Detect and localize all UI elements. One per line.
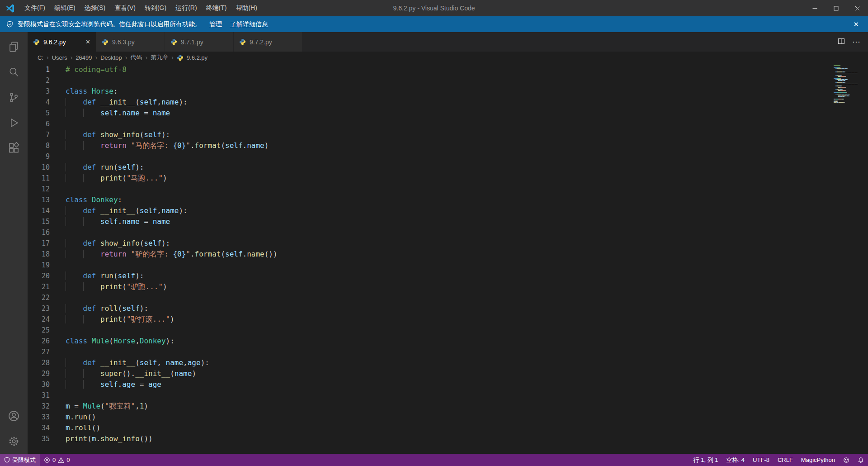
code-line[interactable]: 32m = Mule("骡宝莉",1) (28, 401, 868, 412)
line-number[interactable]: 18 (28, 249, 66, 260)
restricted-mode-status[interactable]: 受限模式 (0, 454, 40, 466)
minimap[interactable] (834, 65, 862, 103)
problems-status[interactable]: 0 0 (40, 454, 74, 466)
code-line[interactable]: 22 (28, 292, 868, 303)
code-line[interactable]: 17 def show_info(self): (28, 238, 868, 249)
menu-goto[interactable]: 转到(G) (140, 0, 171, 16)
breadcrumb-item[interactable]: Desktop (100, 54, 122, 61)
code-line[interactable]: 4 def __init__(self,name): (28, 97, 868, 108)
code-line[interactable]: 9 (28, 151, 868, 162)
code-line[interactable]: 5 self.name = name (28, 108, 868, 119)
line-number[interactable]: 28 (28, 357, 66, 368)
menu-file[interactable]: 文件(F) (20, 0, 50, 16)
line-number[interactable]: 12 (28, 184, 66, 195)
code-line[interactable]: 10 def run(self): (28, 162, 868, 173)
activity-run-debug-icon[interactable] (0, 110, 28, 135)
line-number[interactable]: 3 (28, 86, 66, 97)
encoding-status[interactable]: UTF-8 (749, 454, 774, 466)
line-number[interactable]: 20 (28, 271, 66, 281)
line-number[interactable]: 1 (28, 64, 66, 75)
line-number[interactable]: 16 (28, 227, 66, 238)
banner-close-icon[interactable]: ✕ (850, 20, 862, 29)
code-line[interactable]: 14 def __init__(self,name): (28, 205, 868, 216)
manage-link[interactable]: 管理 (209, 20, 222, 29)
minimize-button[interactable] (804, 0, 826, 16)
code-line[interactable]: 33m.run() (28, 412, 868, 423)
breadcrumb-item[interactable]: 26499 (75, 54, 92, 61)
activity-settings-icon[interactable] (0, 428, 28, 454)
code-line[interactable]: 30 self.age = age (28, 379, 868, 390)
activity-account-icon[interactable] (0, 403, 28, 428)
code-line[interactable]: 11 print("马跑...") (28, 173, 868, 184)
code-line[interactable]: 20 def run(self): (28, 271, 868, 281)
line-number[interactable]: 31 (28, 390, 66, 401)
code-line[interactable]: 7 def show_info(self): (28, 129, 868, 140)
close-button[interactable] (847, 0, 868, 16)
line-number[interactable]: 13 (28, 195, 66, 205)
menu-selection[interactable]: 选择(S) (80, 0, 110, 16)
code-line[interactable]: 35print(m.show_info()) (28, 433, 868, 444)
line-number[interactable]: 24 (28, 314, 66, 325)
line-number[interactable]: 6 (28, 119, 66, 129)
menu-view[interactable]: 查看(V) (110, 0, 140, 16)
line-number[interactable]: 19 (28, 260, 66, 271)
code-line[interactable]: 8 return "马的名字: {0}".format(self.name) (28, 140, 868, 151)
code-line[interactable]: 29 super().__init__(name) (28, 368, 868, 379)
line-number[interactable]: 33 (28, 412, 66, 423)
line-number[interactable]: 26 (28, 336, 66, 347)
tab-9.6.3.py[interactable]: 9.6.3.py (96, 32, 165, 52)
code-line[interactable]: 27 (28, 347, 868, 357)
editor-pane[interactable]: 1# coding=utf-823class Horse:4 def __ini… (28, 63, 868, 454)
code-line[interactable]: 3class Horse: (28, 86, 868, 97)
cursor-position-status[interactable]: 行 1, 列 1 (689, 454, 722, 466)
menu-help[interactable]: 帮助(H) (231, 0, 261, 16)
code-line[interactable]: 24 print("驴打滚...") (28, 314, 868, 325)
code-line[interactable]: 28 def __init__(self, name,age): (28, 357, 868, 368)
breadcrumb-item[interactable]: C: (38, 54, 43, 61)
line-number[interactable]: 35 (28, 433, 66, 444)
more-actions-icon[interactable]: ⋯ (852, 37, 861, 47)
line-number[interactable]: 34 (28, 423, 66, 433)
breadcrumb-item[interactable]: 9.6.2.py (187, 54, 208, 61)
code-line[interactable]: 2 (28, 75, 868, 86)
code-line[interactable]: 1# coding=utf-8 (28, 64, 868, 75)
code-line[interactable]: 31 (28, 390, 868, 401)
activity-search-icon[interactable] (0, 59, 28, 85)
eol-status[interactable]: CRLF (774, 454, 797, 466)
line-number[interactable]: 14 (28, 205, 66, 216)
line-number[interactable]: 17 (28, 238, 66, 249)
feedback-icon[interactable] (839, 454, 854, 466)
line-number[interactable]: 27 (28, 347, 66, 357)
menu-run[interactable]: 运行(R) (171, 0, 201, 16)
line-number[interactable]: 22 (28, 292, 66, 303)
line-number[interactable]: 29 (28, 368, 66, 379)
code-line[interactable]: 13class Donkey: (28, 195, 868, 205)
split-editor-icon[interactable] (838, 38, 845, 47)
code-line[interactable]: 18 return "驴的名字: {0}".format(self.name()… (28, 249, 868, 260)
tab-9.6.2.py[interactable]: 9.6.2.py✕ (28, 32, 96, 52)
activity-source-control-icon[interactable] (0, 85, 28, 110)
code-line[interactable]: 34m.roll() (28, 423, 868, 433)
learn-more-link[interactable]: 了解详细信息 (230, 20, 268, 29)
code-line[interactable]: 19 (28, 260, 868, 271)
line-number[interactable]: 10 (28, 162, 66, 173)
line-number[interactable]: 8 (28, 140, 66, 151)
breadcrumb-item[interactable]: Users (52, 54, 67, 61)
breadcrumb-item[interactable]: 第九章 (151, 53, 168, 62)
line-number[interactable]: 32 (28, 401, 66, 412)
language-mode-status[interactable]: MagicPython (797, 454, 839, 466)
line-number[interactable]: 4 (28, 97, 66, 108)
code-line[interactable]: 6 (28, 119, 868, 129)
line-number[interactable]: 2 (28, 75, 66, 86)
indentation-status[interactable]: 空格: 4 (722, 454, 749, 466)
maximize-button[interactable] (826, 0, 847, 16)
code-line[interactable]: 26class Mule(Horse,Donkey): (28, 336, 868, 347)
line-number[interactable]: 5 (28, 108, 66, 119)
line-number[interactable]: 21 (28, 281, 66, 292)
menu-edit[interactable]: 编辑(E) (50, 0, 80, 16)
code-line[interactable]: 25 (28, 325, 868, 336)
tab-9.7.2.py[interactable]: 9.7.2.py (234, 32, 302, 52)
code-line[interactable]: 21 print("驴跑...") (28, 281, 868, 292)
line-number[interactable]: 7 (28, 129, 66, 140)
code-line[interactable]: 16 (28, 227, 868, 238)
